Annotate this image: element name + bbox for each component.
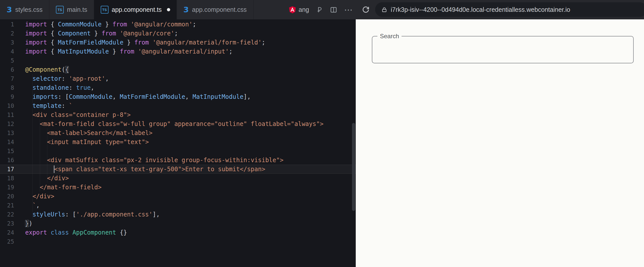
code-line[interactable]: 3import { MatFormFieldModule } from '@an… bbox=[0, 38, 356, 47]
code-line[interactable]: 13 <mat-label>Search</mat-label> bbox=[0, 128, 356, 138]
code-lines: 1import { CommonModule } from '@angular/… bbox=[0, 20, 356, 246]
line-number: 10 bbox=[0, 101, 14, 110]
code-line[interactable]: 8 standalone: true, bbox=[0, 83, 356, 92]
code-line[interactable]: 16 <div matSuffix class="px-2 invisible … bbox=[0, 156, 356, 165]
line-number: 5 bbox=[0, 56, 14, 65]
code-line[interactable]: 9 imports: [CommonModule, MatFormFieldMo… bbox=[0, 92, 356, 101]
line-number: 7 bbox=[0, 74, 14, 83]
code-text: }) bbox=[25, 219, 32, 228]
code-line[interactable]: 7 selector: 'app-root', bbox=[0, 74, 356, 83]
css-icon: 3 bbox=[7, 6, 12, 14]
code-line[interactable]: 17 <span class="text-xs text-gray-500">E… bbox=[0, 165, 356, 174]
code-text: <mat-label>Search</mat-label> bbox=[25, 128, 153, 138]
code-line[interactable]: 18 </div> bbox=[0, 174, 356, 183]
refresh-icon[interactable] bbox=[362, 5, 370, 14]
prettier-icon[interactable] bbox=[316, 6, 323, 13]
text-cursor bbox=[54, 165, 54, 173]
preview-pane: Search bbox=[356, 19, 644, 267]
code-text: import { MatFormFieldModule } from '@ang… bbox=[25, 38, 265, 47]
line-number: 16 bbox=[0, 156, 14, 165]
editor-controls: ang ⋯ bbox=[289, 0, 353, 19]
code-text: selector: 'app-root', bbox=[25, 74, 109, 83]
code-text: export class AppComponent {} bbox=[25, 228, 127, 237]
angular-icon bbox=[289, 6, 296, 14]
project-label: ang bbox=[299, 6, 309, 13]
code-text: import { MatInputModule } from '@angular… bbox=[25, 47, 233, 56]
css-icon: 3 bbox=[183, 6, 189, 14]
url-bar[interactable]: i7rk3p-isiv--4200--0d494d0e.local-creden… bbox=[375, 2, 644, 17]
url-text: i7rk3p-isiv--4200--0d494d0e.local-creden… bbox=[391, 6, 570, 13]
code-text: standalone: true, bbox=[25, 83, 94, 92]
code-line[interactable]: 10 template: ` bbox=[0, 101, 356, 110]
code-line[interactable]: 23}) bbox=[0, 219, 356, 228]
code-line[interactable]: 24export class AppComponent {} bbox=[0, 228, 356, 237]
code-text: @Component({ bbox=[25, 65, 69, 74]
code-line[interactable]: 2import { Component } from '@angular/cor… bbox=[0, 29, 356, 38]
tab-label: app.component.css bbox=[192, 6, 247, 13]
tab-app.component.css[interactable]: 3app.component.css bbox=[177, 0, 253, 19]
code-line[interactable]: 15 bbox=[0, 147, 356, 156]
code-line[interactable]: 5 bbox=[0, 56, 356, 65]
lock-icon bbox=[381, 7, 387, 13]
line-number: 18 bbox=[0, 174, 14, 183]
tab-styles.css[interactable]: 3styles.css bbox=[0, 0, 49, 19]
code-text: <div matSuffix class="px-2 invisible gro… bbox=[25, 156, 283, 165]
code-line[interactable]: 19 </mat-form-field> bbox=[0, 183, 356, 192]
code-line[interactable]: 21 `, bbox=[0, 201, 356, 210]
line-number: 13 bbox=[0, 128, 14, 138]
code-line[interactable]: 14 <input matInput type="text"> bbox=[0, 138, 356, 147]
line-number: 1 bbox=[0, 20, 14, 29]
code-text: import { Component } from '@angular/core… bbox=[25, 29, 178, 38]
line-number: 3 bbox=[0, 38, 14, 47]
line-number: 4 bbox=[0, 47, 14, 56]
indent-guide bbox=[32, 74, 33, 219]
code-line[interactable]: 12 <mat-form-field class="w-full group" … bbox=[0, 119, 356, 128]
code-text: <span class="text-xs text-gray-500">Ente… bbox=[25, 165, 265, 174]
line-number: 6 bbox=[0, 65, 14, 74]
line-number: 15 bbox=[0, 147, 14, 156]
tab-app.component.ts[interactable]: TSapp.component.ts bbox=[94, 0, 177, 19]
line-number: 20 bbox=[0, 192, 14, 201]
line-number: 11 bbox=[0, 110, 14, 119]
code-text: </mat-form-field> bbox=[25, 183, 101, 192]
line-number: 23 bbox=[0, 219, 14, 228]
code-line[interactable]: 11 <div class="container p-8"> bbox=[0, 110, 356, 119]
line-number: 22 bbox=[0, 210, 14, 219]
code-text: <mat-form-field class="w-full group" app… bbox=[25, 119, 324, 128]
line-number: 19 bbox=[0, 183, 14, 192]
code-line[interactable]: 4import { MatInputModule } from '@angula… bbox=[0, 47, 356, 56]
more-actions-icon[interactable]: ⋯ bbox=[344, 6, 353, 14]
line-number: 17 bbox=[0, 165, 14, 174]
editor-tabs: 3styles.cssTSmain.tsTSapp.component.ts3a… bbox=[0, 0, 254, 19]
top-bar: 3styles.cssTSmain.tsTSapp.component.ts3a… bbox=[0, 0, 644, 19]
split-editor-icon[interactable] bbox=[330, 6, 337, 14]
code-line[interactable]: 22 styleUrls: ['./app.component.css'], bbox=[0, 210, 356, 219]
code-text: <input matInput type="text"> bbox=[25, 138, 149, 147]
indent-guide bbox=[40, 119, 40, 192]
tab-label: main.ts bbox=[67, 6, 87, 13]
line-number: 24 bbox=[0, 228, 14, 237]
tab-main.ts[interactable]: TSmain.ts bbox=[49, 0, 94, 19]
ts-icon: TS bbox=[101, 6, 109, 14]
line-number: 9 bbox=[0, 92, 14, 101]
code-line[interactable]: 20 </div> bbox=[0, 192, 356, 201]
indent-guide bbox=[47, 128, 47, 183]
code-line[interactable]: 6@Component({ bbox=[0, 65, 356, 74]
code-text: imports: [CommonModule, MatFormFieldModu… bbox=[25, 92, 251, 101]
ts-icon: TS bbox=[56, 6, 64, 14]
code-text: import { CommonModule } from '@angular/c… bbox=[25, 20, 196, 29]
line-number: 12 bbox=[0, 119, 14, 128]
code-text: <div class="container p-8"> bbox=[25, 110, 131, 119]
code-text: styleUrls: ['./app.component.css'], bbox=[25, 210, 160, 219]
code-line[interactable]: 25 bbox=[0, 237, 356, 246]
line-number: 2 bbox=[0, 29, 14, 38]
search-input[interactable] bbox=[373, 37, 633, 62]
code-text: </div> bbox=[25, 192, 54, 201]
code-editor[interactable]: 1import { CommonModule } from '@angular/… bbox=[0, 19, 356, 267]
tab-label: app.component.ts bbox=[112, 6, 162, 13]
unsaved-dot bbox=[167, 8, 170, 11]
code-line[interactable]: 1import { CommonModule } from '@angular/… bbox=[0, 20, 356, 29]
line-number: 25 bbox=[0, 237, 14, 246]
line-number: 21 bbox=[0, 201, 14, 210]
editor-scrollbar[interactable] bbox=[352, 123, 355, 211]
